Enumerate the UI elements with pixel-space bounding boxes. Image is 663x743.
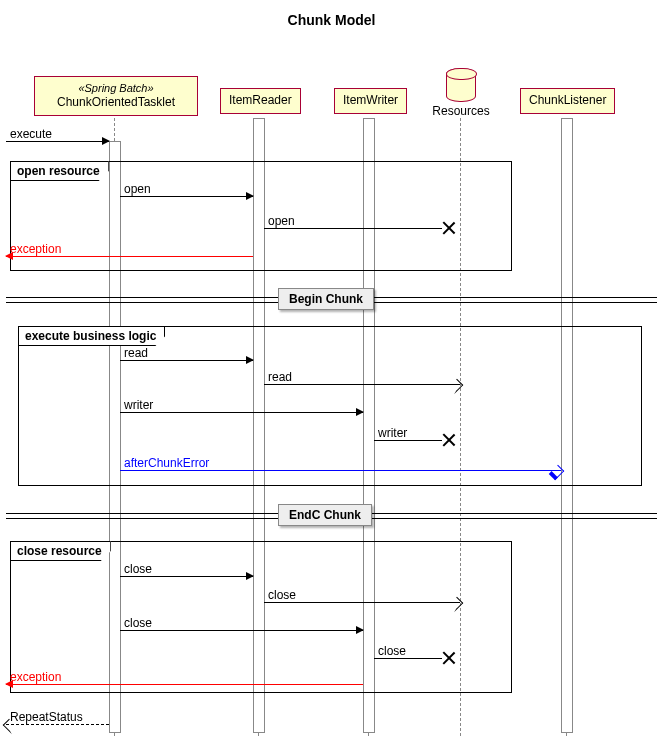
participant-listener: ChunkListener [520,88,615,114]
divider-label: Begin Chunk [278,288,374,310]
group-open-resource: open resource [10,161,512,271]
divider-end: EndC Chunk [0,504,663,528]
destroy-icon [442,433,456,447]
msg-label: close [268,588,296,602]
msg-label: afterChunkError [124,456,209,470]
msg-writer: writer [120,412,363,426]
destroy-icon [442,651,456,665]
msg-exception: exception [6,256,253,270]
msg-close-res: close [264,602,460,616]
msg-close: close [120,576,253,590]
database-icon [446,68,476,102]
participant-name: ChunkOrientedTasklet [43,95,189,111]
group-label: close resource [10,541,111,561]
msg-after-chunk-error: afterChunkError [120,470,561,484]
msg-label: read [124,346,148,360]
msg-label: exception [10,242,61,256]
msg-read-res: read [264,384,460,398]
participant-resources: Resources [428,68,494,118]
msg-label: writer [378,426,407,440]
group-label: execute business logic [18,326,165,346]
divider-begin: Begin Chunk [0,288,663,312]
msg-label: exception [10,670,61,684]
group-label: open resource [10,161,109,181]
msg-label: open [268,214,295,228]
participant-writer: ItemWriter [334,88,407,114]
participant-reader: ItemReader [220,88,301,114]
msg-close-writer-res: close [374,658,452,672]
diagram-title: Chunk Model [0,0,663,36]
msg-close-writer: close [120,630,363,644]
sequence-diagram: «Spring Batch» ChunkOrientedTasklet Item… [0,36,663,736]
msg-execute: execute [6,141,109,155]
msg-open-resources: open [264,228,452,242]
group-execute-logic: execute business logic [18,326,642,486]
msg-exception2: exception [6,684,363,698]
destroy-icon [442,221,456,235]
msg-label: close [378,644,406,658]
msg-repeat-status: RepeatStatus [6,724,109,736]
msg-label: writer [124,398,153,412]
stereotype-label: «Spring Batch» [43,81,189,95]
msg-label: execute [10,127,52,141]
msg-label: read [268,370,292,384]
divider-label: EndC Chunk [278,504,372,526]
msg-read: read [120,360,253,374]
msg-label: close [124,616,152,630]
msg-label: open [124,182,151,196]
participant-name: Resources [428,104,494,118]
msg-open: open [120,196,253,210]
msg-label: close [124,562,152,576]
participant-tasklet: «Spring Batch» ChunkOrientedTasklet [34,76,198,116]
msg-writer-res: writer [374,440,452,454]
msg-label: RepeatStatus [10,710,83,724]
